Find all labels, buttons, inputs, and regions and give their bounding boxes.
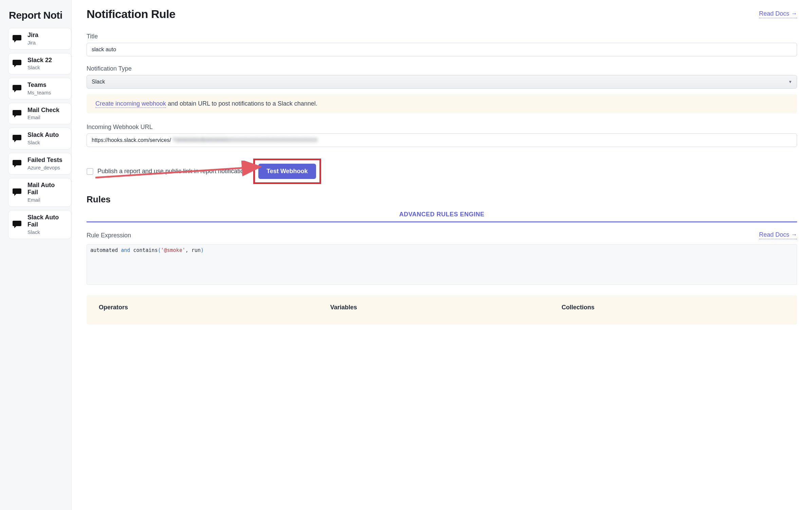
app-root: Report Noti Jira Jira Slack 22 Slack: [0, 0, 812, 510]
banner-text: and obtain URL to post notifications to …: [166, 100, 317, 107]
help-panel: Operators Variables Collections: [87, 295, 797, 325]
sidebar-item-title: Mail Auto Fail: [27, 182, 66, 196]
chat-bubble-icon: [13, 109, 23, 119]
sidebar-item-title: Slack Auto Fail: [27, 214, 66, 229]
read-docs-rules-link[interactable]: Read Docs →: [759, 231, 797, 239]
publish-report-label: Publish a report and use public link in …: [97, 168, 247, 175]
sidebar-item-subtitle: Slack: [27, 65, 52, 71]
annotation-highlight: Test Webhook: [253, 159, 321, 184]
help-col-operators: Operators: [99, 304, 322, 311]
title-input[interactable]: [87, 43, 797, 56]
sidebar-item-subtitle: Slack: [27, 140, 59, 146]
type-label: Notification Type: [87, 65, 797, 72]
rules-heading: Rules: [87, 194, 797, 205]
rules-tabs: ADVANCED RULES ENGINE: [87, 211, 797, 222]
sidebar-item-jira[interactable]: Jira Jira: [8, 28, 71, 50]
tab-advanced-rules[interactable]: ADVANCED RULES ENGINE: [399, 211, 484, 218]
webhook-url-label: Incoming Webhook URL: [87, 124, 797, 131]
sidebar-item-slack-auto[interactable]: Slack Auto Slack: [8, 128, 71, 149]
code-token: contains: [130, 247, 158, 253]
sidebar-item-title: Slack 22: [27, 57, 52, 64]
webhook-url-input[interactable]: https://hooks.slack.com/services/ T00000…: [87, 133, 797, 147]
chat-bubble-icon: [13, 84, 23, 94]
sidebar-item-subtitle: Email: [27, 197, 66, 203]
sidebar-item-title: Slack Auto: [27, 131, 59, 139]
sidebar-item-teams[interactable]: Teams Ms_teams: [8, 78, 71, 99]
help-col-collections: Collections: [561, 304, 785, 311]
code-string: '@smoke': [161, 247, 185, 253]
sidebar-item-mail-auto-fail[interactable]: Mail Auto Fail Email: [8, 178, 71, 207]
code-paren: ): [201, 247, 204, 253]
test-webhook-button[interactable]: Test Webhook: [258, 164, 316, 179]
chat-bubble-icon: [13, 58, 23, 69]
chat-bubble-icon: [13, 133, 23, 144]
sidebar-item-title: Teams: [27, 81, 51, 89]
code-token: automated: [90, 247, 121, 253]
code-paren: (: [158, 247, 161, 253]
sidebar-title: Report Noti: [0, 10, 71, 28]
sidebar-item-title: Failed Tests: [27, 157, 62, 164]
read-docs-link[interactable]: Read Docs →: [759, 10, 797, 18]
chat-bubble-icon: [13, 187, 23, 197]
main-panel: ✕ [Esc] Notification Rule Read Docs → Ti…: [71, 0, 812, 510]
code-keyword: and: [121, 247, 130, 253]
notification-type-select[interactable]: Slack: [87, 75, 797, 89]
webhook-info-banner: Create incoming webhook and obtain URL t…: [87, 94, 797, 113]
code-token: , run: [185, 247, 201, 253]
sidebar-item-subtitle: Slack: [27, 229, 66, 235]
chat-bubble-icon: [13, 219, 23, 230]
webhook-url-prefix: https://hooks.slack.com/services/: [92, 137, 171, 143]
title-label: Title: [87, 33, 797, 40]
sidebar-item-slack-auto-fail[interactable]: Slack Auto Fail Slack: [8, 210, 71, 239]
sidebar-item-subtitle: Email: [27, 114, 59, 121]
sidebar-list: Jira Jira Slack 22 Slack Teams: [0, 28, 71, 239]
publish-report-checkbox[interactable]: [87, 168, 93, 175]
sidebar-item-mail-check[interactable]: Mail Check Email: [8, 103, 71, 125]
chat-bubble-icon: [13, 34, 23, 44]
sidebar-item-slack-22[interactable]: Slack 22 Slack: [8, 53, 71, 75]
chat-bubble-icon: [13, 159, 23, 169]
sidebar-item-subtitle: Azure_devops: [27, 165, 62, 171]
sidebar-item-failed-tests[interactable]: Failed Tests Azure_devops: [8, 153, 71, 175]
rule-expression-label: Rule Expression: [87, 232, 131, 239]
rule-expression-editor[interactable]: automated and contains('@smoke', run): [87, 244, 797, 285]
create-webhook-link[interactable]: Create incoming webhook: [95, 100, 166, 108]
sidebar-item-subtitle: Ms_teams: [27, 90, 51, 96]
sidebar-item-title: Jira: [27, 32, 38, 39]
sidebar-item-subtitle: Jira: [27, 40, 38, 46]
page-title: Notification Rule: [87, 7, 176, 21]
sidebar: Report Noti Jira Jira Slack 22 Slack: [0, 0, 71, 510]
webhook-url-hidden: T00000000/B00000000/XXXXXXXXXXXXXXXXXXXX…: [172, 137, 318, 143]
help-col-variables: Variables: [330, 304, 554, 311]
sidebar-item-title: Mail Check: [27, 107, 59, 114]
